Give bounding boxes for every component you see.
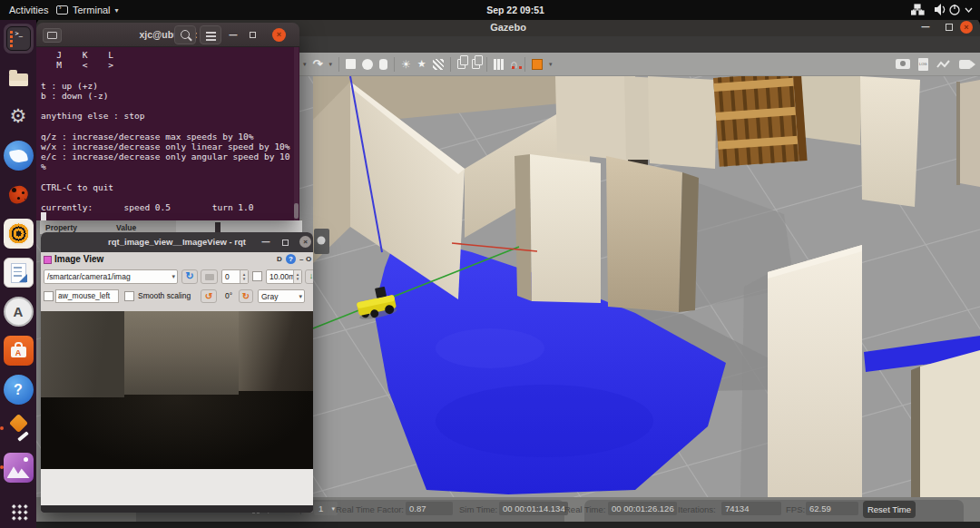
dock-item-ubuntu-software[interactable] bbox=[4, 336, 34, 366]
spot-light-icon[interactable] bbox=[417, 58, 426, 70]
smooth-scaling-label: Smooth scaling bbox=[138, 291, 191, 300]
sim-time-label: Sim Time: bbox=[459, 504, 497, 514]
rotate-right-icon[interactable] bbox=[239, 289, 253, 303]
plot-icon[interactable] bbox=[936, 59, 951, 70]
change-view-icon[interactable] bbox=[532, 59, 543, 70]
camera-image-floor bbox=[41, 389, 313, 469]
log-record-icon[interactable] bbox=[918, 58, 928, 71]
top-bar: Activities Terminal ▾ Sep 22 09:51 bbox=[0, 0, 980, 20]
gazebo-minimize-button[interactable] bbox=[918, 18, 933, 36]
dock-item-rhythmbox[interactable] bbox=[4, 219, 34, 249]
panel-close-button[interactable]: O bbox=[306, 255, 311, 263]
system-tray[interactable] bbox=[911, 4, 975, 18]
value-column-header[interactable]: Value bbox=[116, 223, 136, 232]
rqt-maximize-button[interactable] bbox=[282, 240, 289, 246]
app-menu-label: Terminal bbox=[73, 5, 111, 15]
toolbar-separator bbox=[394, 57, 395, 72]
steps-spinner[interactable]: 1▾ bbox=[314, 502, 338, 515]
redo-caret-icon[interactable]: ▾ bbox=[328, 61, 332, 68]
rtf-label: Real Time Factor: bbox=[336, 504, 404, 514]
align-icon[interactable] bbox=[494, 59, 504, 70]
dock-item-app-circle[interactable] bbox=[4, 297, 34, 327]
change-view-caret-icon[interactable]: ▾ bbox=[549, 61, 553, 68]
dock-item-libreoffice-writer[interactable] bbox=[4, 258, 34, 288]
terminal-scrollbar-handle[interactable] bbox=[294, 203, 299, 219]
terminal-body[interactable]: J K L M < > t : up (+z) b : down (-z) an… bbox=[36, 47, 299, 220]
app-menu[interactable]: Terminal ▾ bbox=[56, 0, 119, 20]
sim-time-value: 00 00:01:14.134 bbox=[499, 502, 568, 515]
terminal-titlebar[interactable]: xjc@ubuntu: ~ bbox=[36, 23, 299, 47]
screenshot-camera-icon[interactable] bbox=[896, 59, 910, 69]
screenshot-save-icon[interactable] bbox=[305, 269, 313, 284]
new-tab-icon[interactable] bbox=[43, 28, 62, 43]
point-light-icon[interactable] bbox=[401, 58, 411, 71]
spinner-steppers-icon[interactable] bbox=[293, 270, 301, 283]
dock-item-settings[interactable] bbox=[4, 102, 34, 132]
redo-icon[interactable] bbox=[313, 57, 323, 71]
running-indicator bbox=[0, 465, 4, 469]
zoom-value: 0 bbox=[225, 270, 230, 283]
dock-item-image-viewer[interactable] bbox=[4, 453, 34, 483]
terminal-cursor bbox=[41, 212, 46, 220]
copy-icon[interactable] bbox=[457, 59, 466, 69]
insert-sphere-icon[interactable] bbox=[362, 59, 373, 70]
dock-item-draw-tool[interactable] bbox=[4, 414, 34, 444]
rotate-left-icon[interactable] bbox=[201, 289, 217, 303]
panel-minimize-button[interactable]: – bbox=[299, 255, 303, 263]
activities-button[interactable]: Activities bbox=[9, 0, 48, 20]
steps-caret-icon[interactable]: ▾ bbox=[331, 502, 335, 515]
dock-item-terminal[interactable] bbox=[4, 24, 34, 54]
dock-item-files[interactable] bbox=[4, 63, 34, 93]
dock-item-show-applications[interactable] bbox=[4, 496, 34, 526]
real-time-label: Real Time: bbox=[564, 504, 605, 514]
property-panel-scroll-handle[interactable] bbox=[215, 222, 220, 232]
terminal-app-icon bbox=[56, 5, 68, 15]
gazebo-close-button[interactable] bbox=[960, 21, 973, 34]
rqt-minimize-button[interactable] bbox=[260, 232, 271, 250]
camera-image-view[interactable] bbox=[41, 311, 313, 469]
publish-click-checkbox[interactable] bbox=[44, 291, 54, 301]
gazebo-maximize-button[interactable] bbox=[946, 24, 953, 31]
dock-item-ladybug[interactable] bbox=[4, 180, 34, 210]
terminal-window: xjc@ubuntu: ~ J K L M < > t : up (+z) b … bbox=[36, 23, 299, 220]
colormap-dropdown[interactable]: Gray bbox=[258, 289, 305, 303]
directional-light-icon[interactable] bbox=[433, 59, 444, 70]
terminal-minimize-button[interactable] bbox=[227, 23, 240, 45]
video-record-icon[interactable] bbox=[959, 60, 971, 69]
terminal-scrollbar[interactable] bbox=[294, 47, 299, 220]
snap-magnet-icon[interactable] bbox=[510, 57, 518, 71]
dynamic-range-checkbox[interactable] bbox=[252, 271, 262, 281]
reset-time-button[interactable]: Reset Time bbox=[863, 501, 916, 518]
dock-item-thunderbird[interactable] bbox=[4, 141, 34, 171]
terminal-maximize-button[interactable] bbox=[250, 32, 256, 38]
rqt-close-button[interactable] bbox=[299, 236, 311, 248]
dock-button[interactable]: D bbox=[277, 255, 282, 263]
dock-item-help[interactable] bbox=[4, 375, 34, 405]
power-icon bbox=[950, 5, 959, 15]
clock[interactable]: Sep 22 09:51 bbox=[486, 0, 544, 20]
insert-box-icon[interactable] bbox=[346, 59, 356, 69]
image-view-toolbar-row2: aw_mouse_left Smooth scaling 0° Gray bbox=[41, 288, 313, 307]
max-range-spinner[interactable]: 10.00m bbox=[266, 269, 302, 284]
search-icon[interactable] bbox=[174, 25, 196, 44]
smooth-scaling-checkbox[interactable] bbox=[124, 291, 134, 301]
save-image-icon[interactable] bbox=[201, 269, 218, 284]
spinner-steppers-icon[interactable] bbox=[240, 270, 248, 283]
camera-image-wall-left bbox=[41, 311, 124, 397]
mouse-topic-field[interactable]: aw_mouse_left bbox=[55, 289, 119, 303]
undo-caret-icon[interactable]: ▾ bbox=[303, 61, 307, 68]
property-column-header[interactable]: Property bbox=[45, 223, 77, 232]
zoom-spinner[interactable]: 0 bbox=[221, 269, 249, 284]
rtf-value: 0.87 bbox=[406, 502, 453, 515]
refresh-topics-icon[interactable] bbox=[181, 269, 198, 284]
rqt-titlebar[interactable]: rqt_image_view__ImageView - rqt bbox=[41, 232, 313, 252]
topic-dropdown[interactable]: /smartcar/camera1/imag bbox=[44, 269, 178, 284]
insert-cylinder-icon[interactable] bbox=[379, 59, 387, 70]
image-view-plugin-icon bbox=[44, 256, 52, 264]
rqt-window-bottom-edge bbox=[41, 505, 313, 513]
help-icon[interactable]: ? bbox=[286, 254, 296, 264]
toolbar-separator bbox=[486, 57, 487, 72]
paste-icon[interactable] bbox=[472, 59, 480, 69]
terminal-close-button[interactable] bbox=[272, 28, 286, 42]
hamburger-menu-icon[interactable] bbox=[200, 25, 221, 44]
